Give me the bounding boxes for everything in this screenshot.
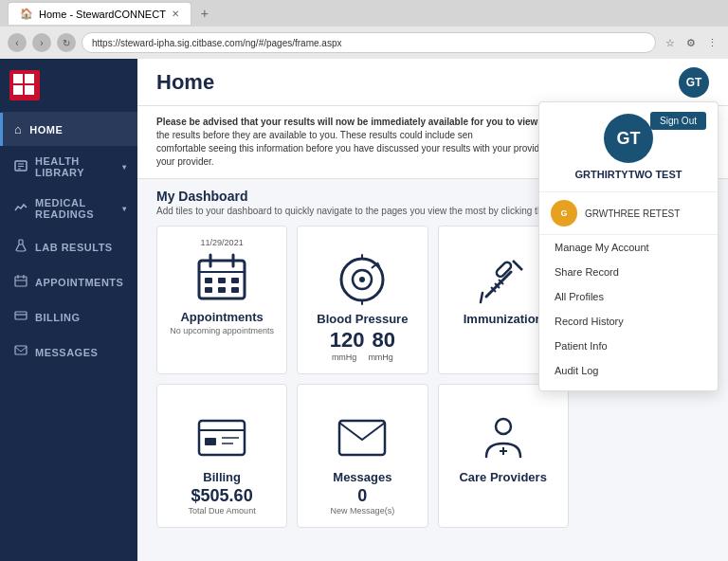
appointments-date: 11/29/2021 (201, 238, 244, 247)
sidebar-nav: ⌂ HOME HEALTH LIBRARY ▾ MEDI (0, 113, 137, 561)
sidebar-item-home[interactable]: ⌂ HOME (0, 113, 137, 146)
bp-card-title: Blood Pressure (317, 312, 408, 326)
blood-pressure-card[interactable]: Blood Pressure 120 80 mmHg mmHg (297, 226, 428, 374)
blood-pressure-card-icon (336, 253, 389, 306)
new-tab-btn[interactable]: + (195, 4, 214, 23)
audit-log-item[interactable]: Audit Log (539, 358, 718, 383)
health-library-chevron: ▾ (122, 163, 127, 172)
browser-actions: ☆ ⚙ ⋮ (662, 34, 720, 51)
manage-account-item[interactable]: Manage My Account (539, 235, 718, 260)
star-btn[interactable]: ☆ (662, 34, 679, 51)
sidebar-item-appointments[interactable]: APPOINTMENTS (0, 264, 137, 299)
tab-favicon: 🏠 (20, 8, 33, 20)
sidebar-item-billing[interactable]: BILLING (0, 299, 137, 335)
appointments-card[interactable]: 11/29/2021 Appointments No u (156, 226, 287, 374)
sign-out-button[interactable]: Sign Out (650, 112, 706, 130)
forward-btn[interactable]: › (32, 33, 51, 52)
care-providers-card-title: Care Providers (459, 470, 547, 484)
sidebar-item-health-library[interactable]: HEALTH LIBRARY ▾ (0, 146, 137, 188)
svg-rect-23 (205, 287, 212, 293)
page-title: Home (156, 70, 214, 95)
care-providers-card[interactable]: Care Providers (438, 384, 569, 528)
address-bar-row: ‹ › ↻ https://steward-ipha.sig.citbase.c… (0, 27, 728, 59)
user-dropdown-menu: Sign Out GT GRTHIRTYTWO TEST G GRWTHREE … (538, 101, 719, 391)
billing-icon (14, 309, 27, 325)
tab-close-btn[interactable]: ✕ (172, 9, 179, 19)
tab-bar: 🏠 Home - StewardCONNECT ✕ + (0, 0, 728, 27)
messages-card-icon (336, 411, 389, 464)
medical-readings-icon (14, 201, 27, 217)
svg-rect-13 (15, 312, 27, 319)
sidebar-logo (0, 59, 137, 113)
messages-icon (14, 344, 27, 360)
svg-rect-47 (339, 421, 385, 455)
svg-rect-33 (495, 261, 512, 278)
active-tab[interactable]: 🏠 Home - StewardCONNECT ✕ (8, 2, 191, 25)
appointments-icon (14, 274, 27, 290)
url-text: https://steward-ipha.sig.citbase.com/ng/… (92, 38, 341, 48)
health-library-icon (14, 159, 27, 175)
patient-info-item[interactable]: Patient Info (539, 334, 718, 358)
bp-values: 120 80 (330, 328, 395, 353)
extension-btn[interactable]: ⚙ (682, 34, 700, 51)
bp-unit-dia: mmHg (368, 353, 393, 362)
billing-card-value: $505.60 (191, 486, 253, 506)
svg-rect-25 (231, 287, 239, 293)
billing-card-subtitle: Total Due Amount (189, 506, 256, 516)
home-icon: ⌂ (14, 122, 22, 136)
sidebar-home-label: HOME (29, 124, 63, 136)
url-bar[interactable]: https://steward-ipha.sig.citbase.com/ng/… (82, 32, 656, 53)
messages-card-title: Messages (333, 470, 391, 484)
sub-user-avatar: G (551, 200, 577, 226)
svg-rect-21 (218, 278, 226, 283)
reload-btn[interactable]: ↻ (57, 33, 76, 52)
svg-rect-0 (13, 74, 23, 83)
main-header: Home GT (137, 59, 728, 106)
sub-user-name: GRWTHREE RETEST (585, 208, 680, 219)
app-container: ⌂ HOME HEALTH LIBRARY ▾ MEDI (0, 59, 728, 561)
svg-line-35 (481, 293, 482, 302)
bp-unit-sys: mmHg (332, 353, 357, 362)
svg-point-31 (359, 277, 365, 282)
svg-rect-3 (25, 85, 34, 95)
svg-line-34 (513, 261, 522, 270)
share-record-item[interactable]: Share Record (539, 260, 718, 284)
sidebar-item-messages[interactable]: MESSAGES (0, 335, 137, 370)
sidebar-appointments-label: APPOINTMENTS (35, 277, 123, 288)
svg-rect-22 (231, 278, 239, 283)
back-btn[interactable]: ‹ (8, 33, 27, 52)
dropdown-avatar: GT (604, 114, 653, 163)
record-history-item[interactable]: Record History (539, 309, 718, 334)
dropdown-user-name: GRTHIRTYTWO TEST (574, 169, 682, 180)
logo-box (9, 70, 40, 100)
medical-readings-chevron: ▾ (122, 205, 127, 213)
browser-chrome: 🏠 Home - StewardCONNECT ✕ + ‹ › ↻ https:… (0, 0, 728, 59)
appointments-card-subtitle: No upcoming appointments (170, 326, 274, 335)
billing-card-title: Billing (203, 470, 241, 484)
svg-rect-44 (205, 438, 216, 445)
menu-btn[interactable]: ⋮ (703, 34, 720, 51)
svg-point-48 (496, 419, 511, 434)
dropdown-sub-user-row[interactable]: G GRWTHREE RETEST (539, 192, 718, 235)
bp-diastolic: 80 (372, 328, 394, 353)
svg-rect-8 (19, 240, 23, 244)
messages-card[interactable]: Messages 0 New Message(s) (297, 384, 428, 528)
billing-card[interactable]: Billing $505.60 Total Due Amount (156, 384, 287, 528)
sidebar-billing-label: BILLING (35, 312, 81, 323)
alert-normal-text2: comfortable seeing this information befo… (156, 143, 565, 154)
appointments-card-title: Appointments (180, 310, 263, 324)
user-avatar-btn[interactable]: GT (679, 67, 709, 98)
sidebar-item-medical-readings[interactable]: MEDICAL READINGS ▾ (0, 188, 137, 229)
lab-results-icon (14, 239, 27, 255)
sidebar-item-lab-results[interactable]: LAB RESULTS (0, 229, 137, 264)
sidebar-medical-readings-label: MEDICAL READINGS (35, 197, 115, 220)
immunization-card-icon (477, 253, 530, 306)
alert-provider-text: your provider. (156, 156, 214, 167)
sidebar-lab-results-label: LAB RESULTS (35, 242, 113, 253)
svg-rect-15 (15, 346, 27, 354)
all-profiles-item[interactable]: All Profiles (539, 284, 718, 309)
sidebar-health-library-label: HEALTH LIBRARY (35, 155, 115, 178)
care-providers-card-icon (477, 411, 530, 464)
sidebar: ⌂ HOME HEALTH LIBRARY ▾ MEDI (0, 59, 137, 561)
messages-card-value: 0 (357, 486, 367, 506)
